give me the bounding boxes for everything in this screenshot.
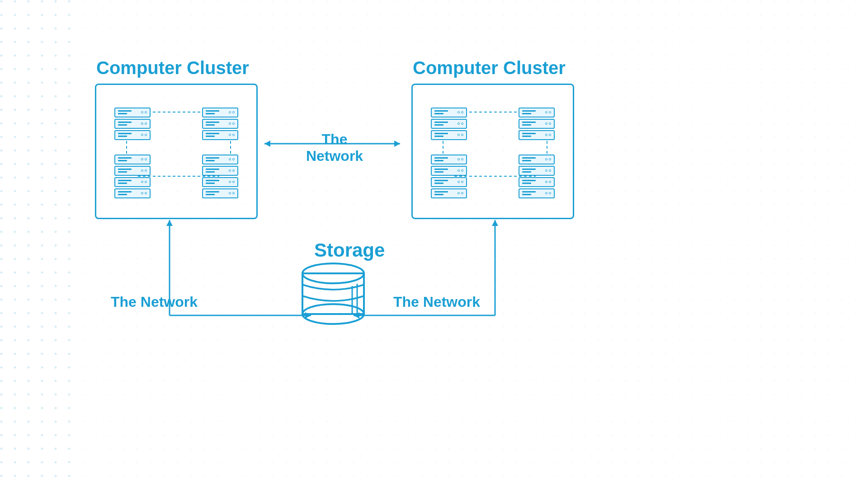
server-icon bbox=[519, 130, 555, 140]
server-icon bbox=[202, 177, 238, 187]
server-icon bbox=[519, 177, 555, 187]
server-icon bbox=[431, 188, 467, 198]
server-icon bbox=[202, 188, 238, 198]
svg-marker-20 bbox=[492, 220, 498, 226]
server-icon bbox=[114, 119, 151, 129]
svg-marker-12 bbox=[264, 141, 270, 147]
server-icon bbox=[114, 166, 151, 176]
cluster-left-label: Computer Cluster bbox=[96, 58, 249, 78]
server-icon bbox=[519, 188, 555, 198]
network-label-top: The Network bbox=[292, 131, 377, 164]
server-icon bbox=[114, 188, 151, 198]
server-icon bbox=[202, 166, 238, 176]
server-icon bbox=[431, 166, 467, 176]
server-icon bbox=[431, 155, 467, 164]
server-icon bbox=[431, 119, 467, 129]
server-icon bbox=[519, 119, 555, 129]
server-icon bbox=[202, 155, 238, 164]
server-icon bbox=[202, 119, 238, 129]
server-icon bbox=[519, 166, 555, 176]
diagram-canvas: Computer Cluster Compute bbox=[0, 0, 868, 488]
storage-icon bbox=[297, 260, 369, 332]
server-icon bbox=[431, 177, 467, 187]
cluster-right-box: Computer Cluster bbox=[411, 84, 574, 219]
cluster-left-box: Computer Cluster bbox=[95, 84, 258, 219]
network-label-left: The Network bbox=[111, 294, 198, 310]
svg-marker-16 bbox=[166, 220, 173, 226]
server-icon bbox=[431, 108, 467, 117]
storage-label: Storage bbox=[314, 239, 385, 261]
server-icon bbox=[114, 130, 151, 140]
server-icon bbox=[519, 155, 555, 164]
server-icon bbox=[114, 177, 151, 187]
server-icon bbox=[114, 155, 151, 164]
server-icon bbox=[114, 108, 151, 117]
cluster-right-label: Computer Cluster bbox=[413, 58, 566, 78]
svg-rect-23 bbox=[302, 273, 364, 314]
svg-marker-13 bbox=[394, 141, 400, 147]
server-icon bbox=[202, 130, 238, 140]
server-icon bbox=[202, 108, 238, 117]
network-label-right: The Network bbox=[393, 294, 480, 310]
server-icon bbox=[431, 130, 467, 140]
server-icon bbox=[519, 108, 555, 117]
